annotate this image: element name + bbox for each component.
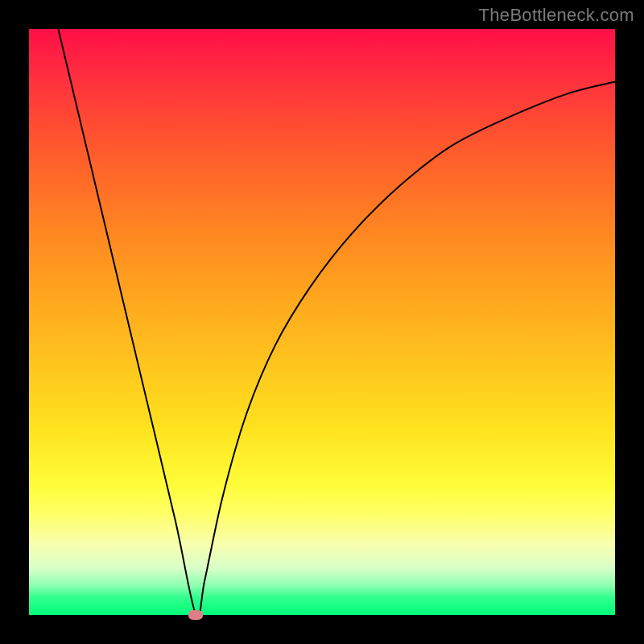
- bottleneck-curve: [58, 29, 615, 617]
- plot-area: [29, 29, 615, 615]
- curve-layer: [29, 29, 615, 615]
- chart-frame: TheBottleneck.com: [0, 0, 644, 644]
- minimum-marker: [188, 610, 203, 620]
- attribution-text: TheBottleneck.com: [479, 5, 634, 26]
